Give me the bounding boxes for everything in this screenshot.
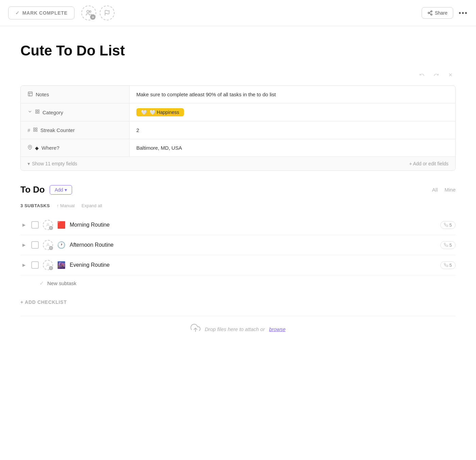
afternoon-routine-label[interactable]: Afternoon Routine xyxy=(70,242,436,248)
field-value-where[interactable]: Baltimore, MD, USA xyxy=(130,139,455,157)
add-button[interactable]: Add ▾ xyxy=(50,185,72,195)
evening-routine-label[interactable]: Evening Routine xyxy=(70,262,436,268)
field-label-notes: Notes xyxy=(21,86,130,103)
new-subtask-check-icon: ✓ xyxy=(39,280,44,286)
category-grid-icon xyxy=(35,109,40,115)
todo-header: To Do Add ▾ All Mine xyxy=(20,184,456,195)
streak-label: Streak Counter xyxy=(40,127,75,133)
assign-evening-button[interactable]: + xyxy=(43,260,53,270)
subtask-row-evening: ▶ + 🌆 Evening Routine 5 xyxy=(20,255,456,275)
category-badge[interactable]: 🤍 🤍 Happiness xyxy=(136,108,184,116)
chevron-down-icon: ▾ xyxy=(28,161,30,166)
assign-plus-icon: + xyxy=(49,246,53,250)
subtasks-meta: 3 SUBTASKS ↑ Manual Expand all xyxy=(20,203,456,208)
check-icon: ✓ xyxy=(15,10,20,16)
svg-point-22 xyxy=(47,223,49,225)
svg-rect-14 xyxy=(38,110,39,111)
empty-fields-row: ▾ Show 11 empty fields + Add or edit fie… xyxy=(21,157,455,170)
svg-rect-15 xyxy=(36,112,37,113)
filter-mine-button[interactable]: Mine xyxy=(444,187,456,193)
page-title: Cute To Do List xyxy=(20,43,456,59)
drop-zone: Drop files here to attach or browse xyxy=(20,316,456,342)
subtask-row-morning: ▶ + 🟥 Morning Routine 5 xyxy=(20,215,456,235)
filter-all-button[interactable]: All xyxy=(432,187,438,193)
title-actions xyxy=(20,70,456,80)
field-label-category: Category xyxy=(21,103,130,121)
svg-point-4 xyxy=(428,12,429,14)
evening-subtask-count: 5 xyxy=(440,261,456,269)
notes-icon xyxy=(28,91,33,98)
todo-filters: All Mine xyxy=(432,187,456,193)
expand-afternoon-button[interactable]: ▶ xyxy=(20,243,27,247)
checkbox-afternoon[interactable] xyxy=(31,241,39,249)
category-dropdown-icon xyxy=(28,109,32,115)
add-edit-fields-button[interactable]: + Add or edit fields xyxy=(409,161,448,166)
category-label: Category xyxy=(42,110,63,115)
drop-zone-text: Drop files here to attach or browse xyxy=(205,326,286,332)
close-button[interactable] xyxy=(445,70,456,80)
flag-button[interactable] xyxy=(100,5,115,20)
todo-section: To Do Add ▾ All Mine 3 SUBTASKS ↑ Manual… xyxy=(20,184,456,305)
expand-morning-button[interactable]: ▶ xyxy=(20,223,27,227)
browse-link[interactable]: browse xyxy=(269,326,285,332)
svg-rect-16 xyxy=(38,112,39,113)
more-options-button[interactable]: ••• xyxy=(459,9,468,17)
mark-complete-label: MARK COMPLETE xyxy=(22,10,68,16)
checkbox-evening[interactable] xyxy=(31,261,39,269)
expand-all-button[interactable]: Expand all xyxy=(82,203,102,208)
svg-rect-18 xyxy=(36,128,37,129)
main-content: Cute To Do List xyxy=(0,26,476,356)
subtask-row-afternoon: ▶ + 🕐 Afternoon Routine 5 xyxy=(20,235,456,255)
field-row-streak: # Streak Counter 2 xyxy=(21,121,455,139)
field-value-category[interactable]: 🤍 🤍 Happiness xyxy=(130,103,455,121)
undo-button[interactable] xyxy=(417,70,427,80)
manual-sort-button[interactable]: ↑ Manual xyxy=(57,203,75,208)
svg-rect-10 xyxy=(28,92,32,96)
subtasks-list: ▶ + 🟥 Morning Routine 5 xyxy=(20,215,456,275)
field-row-where: ◆ Where? Baltimore, MD, USA xyxy=(21,139,455,157)
assign-morning-button[interactable]: + xyxy=(43,220,53,230)
svg-point-21 xyxy=(29,146,31,148)
todo-title: To Do xyxy=(20,184,45,195)
svg-rect-17 xyxy=(34,128,35,129)
share-label: Share xyxy=(435,10,447,16)
morning-subtask-count: 5 xyxy=(440,221,456,229)
mark-complete-button[interactable]: ✓ MARK COMPLETE xyxy=(8,6,74,19)
streak-hash-icon: # xyxy=(28,128,30,133)
expand-evening-button[interactable]: ▶ xyxy=(20,263,27,267)
svg-rect-20 xyxy=(36,130,37,131)
field-label-streak: # Streak Counter xyxy=(21,121,130,139)
show-empty-fields-toggle[interactable]: ▾ Show 11 empty fields xyxy=(28,161,77,166)
toolbar-icons: + xyxy=(81,5,115,20)
svg-point-3 xyxy=(431,11,432,12)
redo-button[interactable] xyxy=(431,70,441,80)
field-row-notes: Notes Make sure to complete atleast 90% … xyxy=(21,86,455,103)
field-value-notes[interactable]: Make sure to complete atleast 90% of all… xyxy=(130,86,455,103)
new-subtask-input[interactable] xyxy=(47,280,115,286)
field-value-streak[interactable]: 2 xyxy=(130,121,455,139)
share-button[interactable]: Share xyxy=(422,7,453,19)
assign-afternoon-button[interactable]: + xyxy=(43,240,53,250)
morning-routine-label[interactable]: Morning Routine xyxy=(70,222,436,228)
evening-emoji: 🌆 xyxy=(57,261,66,269)
fields-table: Notes Make sure to complete atleast 90% … xyxy=(20,85,456,171)
streak-grid-icon xyxy=(33,127,38,133)
assign-plus-icon: + xyxy=(49,226,53,230)
svg-point-1 xyxy=(89,11,91,12)
add-checklist-button[interactable]: + ADD CHECKLIST xyxy=(20,299,456,305)
svg-rect-19 xyxy=(34,130,35,131)
assign-plus-icon: + xyxy=(49,266,53,270)
field-label-where: ◆ Where? xyxy=(21,139,130,157)
checkbox-morning[interactable] xyxy=(31,221,39,229)
field-row-category: Category 🤍 🤍 Happiness xyxy=(21,103,455,121)
plus-badge: + xyxy=(90,14,96,20)
svg-line-6 xyxy=(429,13,431,14)
where-label: Where? xyxy=(41,145,60,151)
assign-members-button[interactable]: + xyxy=(81,5,96,20)
morning-emoji: 🟥 xyxy=(57,221,66,229)
svg-rect-13 xyxy=(36,110,37,111)
dropdown-arrow-icon: ▾ xyxy=(65,187,67,193)
afternoon-subtask-count: 5 xyxy=(440,241,456,249)
subtasks-count: 3 SUBTASKS xyxy=(20,203,50,208)
diamond-icon: ◆ xyxy=(35,145,39,151)
